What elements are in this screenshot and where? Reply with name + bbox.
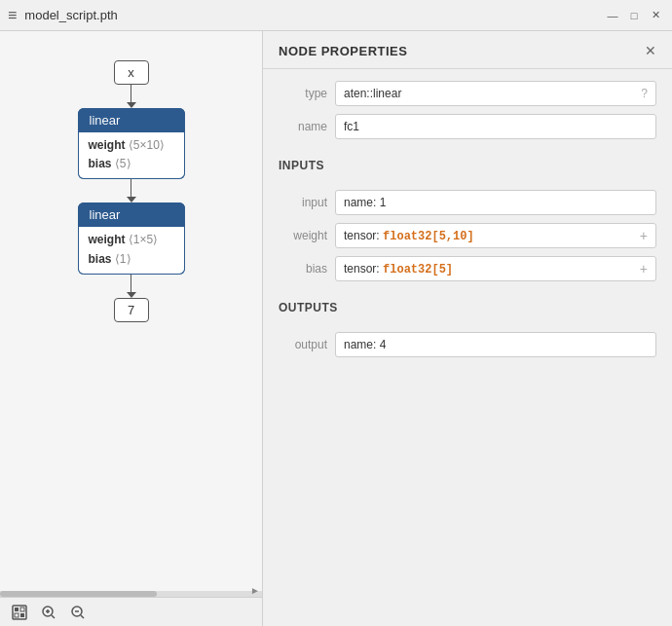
linear1-weight-label: weight [89, 138, 126, 152]
weight-mono: float32[5,10] [383, 230, 474, 243]
graph-toolbar [0, 597, 262, 626]
output-row: output name: 4 [263, 328, 672, 361]
props-body: type aten::linear ? name fc1 INPUTS inpu… [263, 69, 672, 369]
type-label: type [279, 87, 327, 100]
bias-plus-icon[interactable]: + [640, 261, 648, 276]
props-close-button[interactable]: ✕ [645, 43, 656, 58]
output-node[interactable]: 7 [114, 298, 149, 322]
linear1-node[interactable]: linear weight ⟨5×10⟩ bias ⟨5⟩ [78, 108, 185, 179]
linear1-bias-label: bias [89, 157, 112, 170]
linear2-bias-label: bias [89, 252, 112, 266]
bias-prefix: tensor: [344, 262, 383, 276]
input-value: name: 1 [344, 196, 386, 209]
svg-line-11 [81, 615, 84, 618]
linear2-weight-label: weight [89, 233, 126, 246]
type-value-box: aten::linear ? [335, 81, 656, 106]
name-label: name [279, 120, 327, 133]
weight-prefix: tensor: [344, 229, 383, 242]
bias-value-box: tensor: float32[5] + [335, 256, 656, 281]
window-controls: — □ ✕ [604, 7, 664, 24]
bias-value: tensor: float32[5] [344, 262, 453, 276]
input-label: input [279, 196, 327, 209]
output-label: output [279, 338, 327, 351]
linear1-body: weight ⟨5×10⟩ bias ⟨5⟩ [78, 132, 185, 179]
svg-rect-1 [15, 608, 19, 611]
svg-line-8 [52, 615, 55, 618]
linear2-weight-row: weight ⟨1×5⟩ [89, 231, 174, 249]
connector-line-2 [131, 179, 132, 197]
bias-label: bias [279, 262, 327, 276]
resize-handle[interactable]: ► [248, 583, 262, 597]
output-value-box: name: 4 [335, 332, 656, 357]
zoom-in-icon [41, 605, 56, 620]
props-header: NODE PROPERTIES ✕ [263, 31, 672, 69]
outputs-section-header: OUTPUTS [263, 293, 672, 320]
minimize-button[interactable]: — [604, 7, 621, 24]
zoom-in-button[interactable] [37, 603, 60, 622]
bias-mono: float32[5] [383, 263, 453, 276]
props-title: NODE PROPERTIES [279, 44, 407, 58]
name-row: name fc1 [263, 110, 672, 143]
linear2-weight-dim: ⟨1×5⟩ [129, 233, 158, 246]
zoom-out-icon [70, 605, 86, 620]
linear1-bias-dim: ⟨5⟩ [115, 157, 131, 170]
bias-row: bias tensor: float32[5] + [263, 252, 672, 285]
linear1-weight-dim: ⟨5×10⟩ [129, 138, 165, 152]
linear1-weight-row: weight ⟨5×10⟩ [89, 136, 174, 155]
inputs-section-header: INPUTS [263, 151, 672, 178]
svg-rect-2 [20, 608, 24, 611]
graph-canvas: x linear weight ⟨5×10⟩ bias ⟨5⟩ [0, 31, 262, 597]
zoom-out-button[interactable] [66, 603, 90, 622]
hamburger-icon[interactable]: ≡ [8, 7, 17, 24]
x-input-node[interactable]: x [114, 60, 149, 85]
svg-rect-4 [20, 613, 24, 617]
window-title: model_script.pth [24, 8, 117, 22]
connector-line-1 [131, 85, 132, 102]
main-content: x linear weight ⟨5×10⟩ bias ⟨5⟩ [0, 31, 672, 626]
type-row: type aten::linear ? [263, 77, 672, 110]
maximize-button[interactable]: □ [625, 7, 643, 24]
linear2-header: linear [78, 203, 185, 227]
name-value: fc1 [344, 120, 359, 133]
props-panel: NODE PROPERTIES ✕ type aten::linear ? na… [263, 31, 672, 626]
weight-value: tensor: float32[5,10] [344, 229, 474, 243]
linear2-body: weight ⟨1×5⟩ bias ⟨1⟩ [78, 227, 185, 274]
name-value-box: fc1 [335, 114, 656, 139]
svg-rect-3 [15, 613, 19, 617]
divider-3 [263, 285, 672, 293]
title-bar-left: ≡ model_script.pth [8, 7, 118, 24]
output-value: name: 4 [344, 338, 386, 351]
graph-panel: x linear weight ⟨5×10⟩ bias ⟨5⟩ [0, 31, 263, 626]
linear2-bias-dim: ⟨1⟩ [115, 252, 131, 266]
linear2-bias-row: bias ⟨1⟩ [89, 250, 174, 269]
divider-1 [263, 143, 672, 151]
divider-4 [263, 320, 672, 328]
close-button[interactable]: ✕ [647, 7, 664, 24]
map-button[interactable] [8, 603, 31, 622]
title-bar: ≡ model_script.pth — □ ✕ [0, 0, 672, 31]
connector-arrow-3 [127, 292, 136, 298]
connector-line-3 [131, 275, 132, 292]
weight-value-box: tensor: float32[5,10] + [335, 223, 656, 248]
type-value: aten::linear [344, 87, 401, 100]
type-help-icon[interactable]: ? [641, 87, 648, 100]
linear1-bias-row: bias ⟨5⟩ [89, 155, 174, 173]
linear2-node[interactable]: linear weight ⟨1×5⟩ bias ⟨1⟩ [78, 203, 185, 274]
input-row: input name: 1 [263, 186, 672, 219]
weight-plus-icon[interactable]: + [640, 228, 648, 243]
map-icon [12, 605, 27, 620]
linear1-header: linear [78, 108, 185, 132]
input-value-box: name: 1 [335, 190, 656, 215]
divider-2 [263, 178, 672, 186]
weight-label: weight [279, 229, 327, 242]
weight-row: weight tensor: float32[5,10] + [263, 219, 672, 252]
